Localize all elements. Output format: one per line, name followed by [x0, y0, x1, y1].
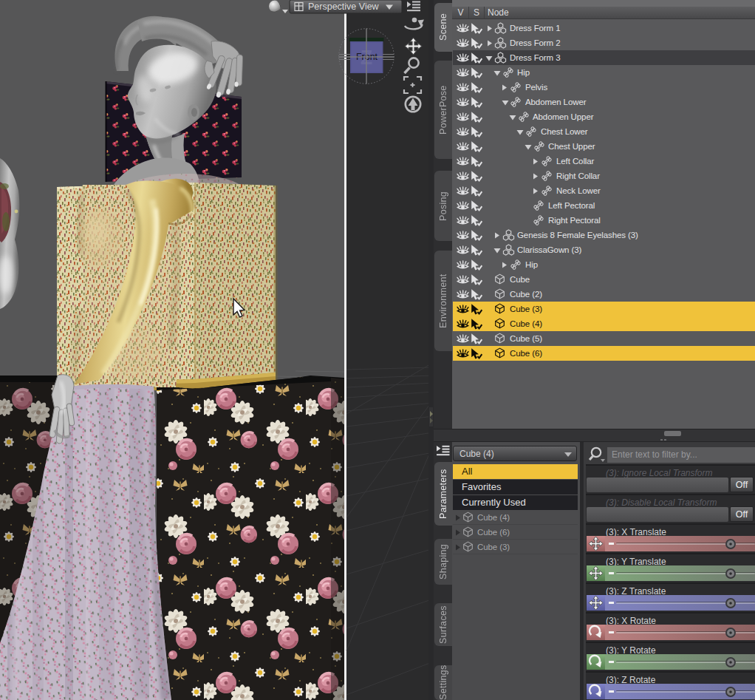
svg-text:Perspective View: Perspective View — [308, 1, 380, 12]
